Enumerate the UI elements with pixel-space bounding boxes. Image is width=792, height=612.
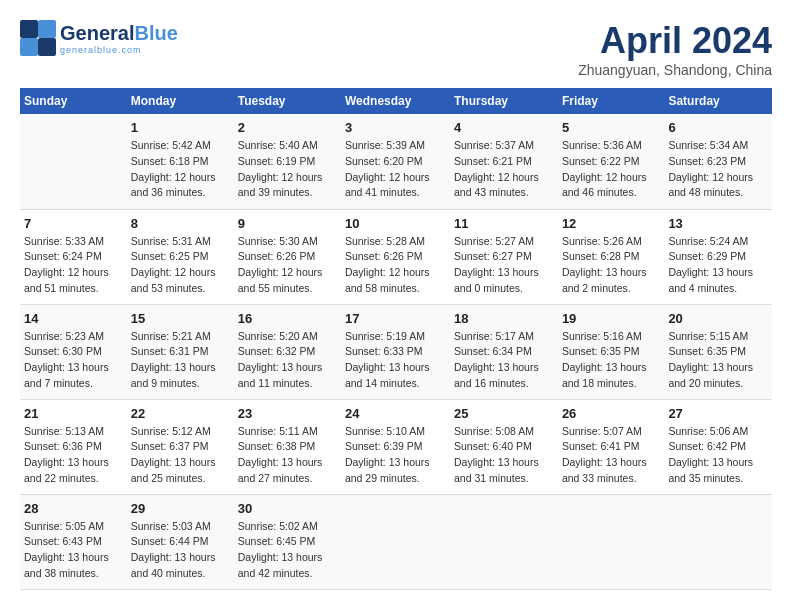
- day-info: Sunrise: 5:15 AMSunset: 6:35 PMDaylight:…: [668, 329, 768, 392]
- day-info: Sunrise: 5:17 AMSunset: 6:34 PMDaylight:…: [454, 329, 554, 392]
- calendar-cell: 9Sunrise: 5:30 AMSunset: 6:26 PMDaylight…: [234, 209, 341, 304]
- week-row-2: 7Sunrise: 5:33 AMSunset: 6:24 PMDaylight…: [20, 209, 772, 304]
- calendar-cell: 5Sunrise: 5:36 AMSunset: 6:22 PMDaylight…: [558, 114, 665, 209]
- day-number: 20: [668, 311, 768, 326]
- weekday-header-saturday: Saturday: [664, 88, 772, 114]
- calendar-cell: 2Sunrise: 5:40 AMSunset: 6:19 PMDaylight…: [234, 114, 341, 209]
- day-number: 24: [345, 406, 446, 421]
- month-title: April 2024: [578, 20, 772, 62]
- day-number: 22: [131, 406, 230, 421]
- calendar-cell: 8Sunrise: 5:31 AMSunset: 6:25 PMDaylight…: [127, 209, 234, 304]
- calendar-cell: 29Sunrise: 5:03 AMSunset: 6:44 PMDayligh…: [127, 494, 234, 589]
- location: Zhuangyuan, Shandong, China: [578, 62, 772, 78]
- calendar-cell: 30Sunrise: 5:02 AMSunset: 6:45 PMDayligh…: [234, 494, 341, 589]
- weekday-header-monday: Monday: [127, 88, 234, 114]
- calendar-cell: 7Sunrise: 5:33 AMSunset: 6:24 PMDaylight…: [20, 209, 127, 304]
- calendar-cell: 4Sunrise: 5:37 AMSunset: 6:21 PMDaylight…: [450, 114, 558, 209]
- day-number: 6: [668, 120, 768, 135]
- calendar-cell: [450, 494, 558, 589]
- svg-rect-2: [20, 38, 38, 56]
- logo-subtitle: generalblue.com: [60, 45, 178, 55]
- calendar-cell: 18Sunrise: 5:17 AMSunset: 6:34 PMDayligh…: [450, 304, 558, 399]
- weekday-header-sunday: Sunday: [20, 88, 127, 114]
- day-info: Sunrise: 5:06 AMSunset: 6:42 PMDaylight:…: [668, 424, 768, 487]
- week-row-3: 14Sunrise: 5:23 AMSunset: 6:30 PMDayligh…: [20, 304, 772, 399]
- day-info: Sunrise: 5:33 AMSunset: 6:24 PMDaylight:…: [24, 234, 123, 297]
- calendar-cell: 6Sunrise: 5:34 AMSunset: 6:23 PMDaylight…: [664, 114, 772, 209]
- day-number: 5: [562, 120, 661, 135]
- day-info: Sunrise: 5:39 AMSunset: 6:20 PMDaylight:…: [345, 138, 446, 201]
- day-info: Sunrise: 5:11 AMSunset: 6:38 PMDaylight:…: [238, 424, 337, 487]
- day-info: Sunrise: 5:19 AMSunset: 6:33 PMDaylight:…: [345, 329, 446, 392]
- calendar-cell: 28Sunrise: 5:05 AMSunset: 6:43 PMDayligh…: [20, 494, 127, 589]
- calendar-cell: 24Sunrise: 5:10 AMSunset: 6:39 PMDayligh…: [341, 399, 450, 494]
- day-info: Sunrise: 5:34 AMSunset: 6:23 PMDaylight:…: [668, 138, 768, 201]
- calendar-cell: 20Sunrise: 5:15 AMSunset: 6:35 PMDayligh…: [664, 304, 772, 399]
- day-number: 30: [238, 501, 337, 516]
- weekday-header-row: SundayMondayTuesdayWednesdayThursdayFrid…: [20, 88, 772, 114]
- calendar-cell: 14Sunrise: 5:23 AMSunset: 6:30 PMDayligh…: [20, 304, 127, 399]
- day-number: 13: [668, 216, 768, 231]
- weekday-header-tuesday: Tuesday: [234, 88, 341, 114]
- svg-rect-3: [38, 38, 56, 56]
- day-number: 11: [454, 216, 554, 231]
- calendar-cell: 1Sunrise: 5:42 AMSunset: 6:18 PMDaylight…: [127, 114, 234, 209]
- calendar-cell: 11Sunrise: 5:27 AMSunset: 6:27 PMDayligh…: [450, 209, 558, 304]
- day-info: Sunrise: 5:36 AMSunset: 6:22 PMDaylight:…: [562, 138, 661, 201]
- calendar-cell: 3Sunrise: 5:39 AMSunset: 6:20 PMDaylight…: [341, 114, 450, 209]
- day-number: 29: [131, 501, 230, 516]
- logo-icon: [20, 20, 56, 56]
- week-row-4: 21Sunrise: 5:13 AMSunset: 6:36 PMDayligh…: [20, 399, 772, 494]
- day-info: Sunrise: 5:21 AMSunset: 6:31 PMDaylight:…: [131, 329, 230, 392]
- day-number: 23: [238, 406, 337, 421]
- day-info: Sunrise: 5:37 AMSunset: 6:21 PMDaylight:…: [454, 138, 554, 201]
- calendar-cell: 13Sunrise: 5:24 AMSunset: 6:29 PMDayligh…: [664, 209, 772, 304]
- title-block: April 2024 Zhuangyuan, Shandong, China: [578, 20, 772, 78]
- calendar-table: SundayMondayTuesdayWednesdayThursdayFrid…: [20, 88, 772, 590]
- day-info: Sunrise: 5:05 AMSunset: 6:43 PMDaylight:…: [24, 519, 123, 582]
- weekday-header-wednesday: Wednesday: [341, 88, 450, 114]
- day-number: 18: [454, 311, 554, 326]
- day-number: 1: [131, 120, 230, 135]
- calendar-cell: [664, 494, 772, 589]
- day-info: Sunrise: 5:40 AMSunset: 6:19 PMDaylight:…: [238, 138, 337, 201]
- calendar-cell: 17Sunrise: 5:19 AMSunset: 6:33 PMDayligh…: [341, 304, 450, 399]
- svg-rect-0: [20, 20, 38, 38]
- day-info: Sunrise: 5:24 AMSunset: 6:29 PMDaylight:…: [668, 234, 768, 297]
- day-info: Sunrise: 5:12 AMSunset: 6:37 PMDaylight:…: [131, 424, 230, 487]
- day-number: 12: [562, 216, 661, 231]
- day-number: 26: [562, 406, 661, 421]
- day-info: Sunrise: 5:13 AMSunset: 6:36 PMDaylight:…: [24, 424, 123, 487]
- calendar-cell: 15Sunrise: 5:21 AMSunset: 6:31 PMDayligh…: [127, 304, 234, 399]
- calendar-cell: 16Sunrise: 5:20 AMSunset: 6:32 PMDayligh…: [234, 304, 341, 399]
- day-info: Sunrise: 5:03 AMSunset: 6:44 PMDaylight:…: [131, 519, 230, 582]
- day-number: 19: [562, 311, 661, 326]
- day-info: Sunrise: 5:10 AMSunset: 6:39 PMDaylight:…: [345, 424, 446, 487]
- day-number: 27: [668, 406, 768, 421]
- calendar-cell: 10Sunrise: 5:28 AMSunset: 6:26 PMDayligh…: [341, 209, 450, 304]
- calendar-cell: 21Sunrise: 5:13 AMSunset: 6:36 PMDayligh…: [20, 399, 127, 494]
- calendar-cell: 25Sunrise: 5:08 AMSunset: 6:40 PMDayligh…: [450, 399, 558, 494]
- day-number: 25: [454, 406, 554, 421]
- day-number: 8: [131, 216, 230, 231]
- day-number: 14: [24, 311, 123, 326]
- day-number: 7: [24, 216, 123, 231]
- calendar-cell: 22Sunrise: 5:12 AMSunset: 6:37 PMDayligh…: [127, 399, 234, 494]
- day-number: 15: [131, 311, 230, 326]
- day-info: Sunrise: 5:07 AMSunset: 6:41 PMDaylight:…: [562, 424, 661, 487]
- day-info: Sunrise: 5:28 AMSunset: 6:26 PMDaylight:…: [345, 234, 446, 297]
- day-info: Sunrise: 5:23 AMSunset: 6:30 PMDaylight:…: [24, 329, 123, 392]
- calendar-cell: 12Sunrise: 5:26 AMSunset: 6:28 PMDayligh…: [558, 209, 665, 304]
- day-info: Sunrise: 5:08 AMSunset: 6:40 PMDaylight:…: [454, 424, 554, 487]
- day-info: Sunrise: 5:30 AMSunset: 6:26 PMDaylight:…: [238, 234, 337, 297]
- weekday-header-thursday: Thursday: [450, 88, 558, 114]
- day-number: 3: [345, 120, 446, 135]
- calendar-cell: 23Sunrise: 5:11 AMSunset: 6:38 PMDayligh…: [234, 399, 341, 494]
- day-number: 10: [345, 216, 446, 231]
- day-info: Sunrise: 5:16 AMSunset: 6:35 PMDaylight:…: [562, 329, 661, 392]
- calendar-cell: 27Sunrise: 5:06 AMSunset: 6:42 PMDayligh…: [664, 399, 772, 494]
- page-header: GeneralBlue generalblue.com April 2024 Z…: [20, 20, 772, 78]
- day-info: Sunrise: 5:27 AMSunset: 6:27 PMDaylight:…: [454, 234, 554, 297]
- day-number: 16: [238, 311, 337, 326]
- calendar-cell: 19Sunrise: 5:16 AMSunset: 6:35 PMDayligh…: [558, 304, 665, 399]
